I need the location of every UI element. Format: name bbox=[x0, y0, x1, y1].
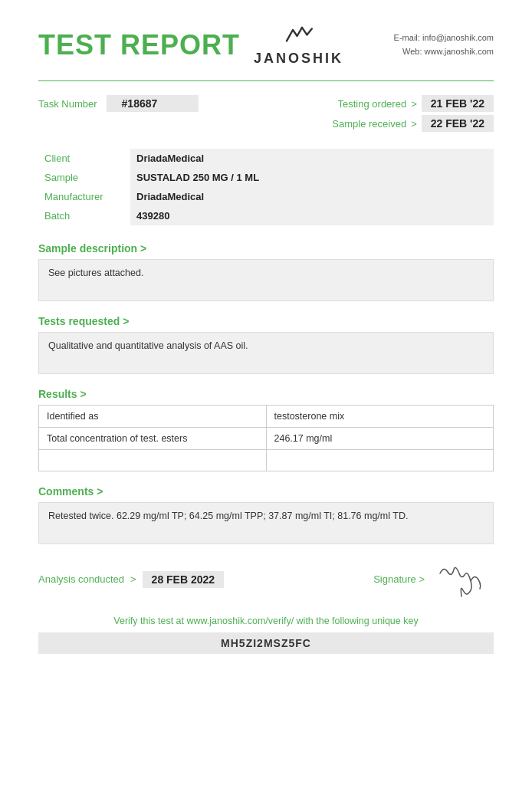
analysis-arrow: > bbox=[130, 573, 136, 585]
logo-text: JANOSHIK bbox=[254, 51, 343, 67]
results-table: Identified astestosterone mixTotal conce… bbox=[38, 405, 494, 471]
comments-heading: Comments > bbox=[38, 485, 494, 498]
results-heading: Results > bbox=[38, 388, 494, 400]
result-col2: testosterone mix bbox=[266, 406, 494, 428]
signature-area bbox=[432, 558, 494, 600]
task-right: Testing ordered > 21 FEB '22 Sample rece… bbox=[332, 95, 494, 135]
task-number-label: Task Number bbox=[38, 98, 97, 110]
sample-description-text: See pictures attached. bbox=[38, 259, 494, 301]
result-row: Total concentration of test. esters246.1… bbox=[39, 428, 494, 450]
verify-key: MH5ZI2MSZ5FC bbox=[38, 632, 494, 654]
client-row: Client DriadaMedical bbox=[38, 149, 494, 168]
sample-description-heading: Sample description > bbox=[38, 242, 494, 255]
header-left: TEST REPORT JANOSHIK bbox=[38, 23, 343, 67]
sample-received-arrow: > bbox=[411, 118, 417, 130]
signature-label: Signature > bbox=[373, 573, 425, 585]
batch-value: 439280 bbox=[130, 206, 494, 225]
analysis-left: Analysis conducted > 28 FEB 2022 bbox=[38, 571, 224, 588]
result-col1 bbox=[39, 450, 267, 471]
task-row: Task Number #18687 Testing ordered > 21 … bbox=[38, 95, 494, 135]
result-row: Identified astestosterone mix bbox=[39, 406, 494, 428]
client-value: DriadaMedical bbox=[130, 149, 494, 168]
sample-label: Sample bbox=[38, 168, 130, 187]
contact-web: Web: www.janoshik.com bbox=[394, 45, 494, 59]
header: TEST REPORT JANOSHIK E-mail: info@janosh… bbox=[38, 23, 494, 67]
report-title: TEST REPORT bbox=[38, 29, 240, 61]
sample-received-label: Sample received bbox=[332, 118, 406, 130]
comments-text: Retested twice. 62.29 mg/ml TP; 64.25 mg… bbox=[38, 502, 494, 544]
testing-ordered-label: Testing ordered bbox=[338, 98, 407, 110]
header-divider bbox=[38, 80, 494, 81]
sample-value: SUSTALAD 250 MG / 1 ML bbox=[130, 168, 494, 187]
result-col1: Total concentration of test. esters bbox=[39, 428, 267, 450]
batch-row: Batch 439280 bbox=[38, 206, 494, 225]
tests-requested-text: Qualitative and quantitative analysis of… bbox=[38, 332, 494, 374]
analysis-row: Analysis conducted > 28 FEB 2022 Signatu… bbox=[38, 558, 494, 600]
contact-email: E-mail: info@janoshik.com bbox=[394, 31, 494, 45]
testing-ordered-arrow: > bbox=[411, 98, 417, 110]
sample-received-row: Sample received > 22 FEB '22 bbox=[332, 115, 494, 132]
result-col2 bbox=[266, 450, 494, 471]
client-label: Client bbox=[38, 149, 130, 168]
result-row bbox=[39, 450, 494, 471]
logo-container: JANOSHIK bbox=[254, 23, 343, 67]
testing-ordered-date: 21 FEB '22 bbox=[422, 95, 494, 112]
sample-received-date: 22 FEB '22 bbox=[422, 115, 494, 132]
header-contact: E-mail: info@janoshik.com Web: www.janos… bbox=[394, 31, 494, 58]
manufacturer-row: Manufacturer DriadaMedical bbox=[38, 187, 494, 206]
analysis-date: 28 FEB 2022 bbox=[143, 571, 225, 588]
testing-ordered-row: Testing ordered > 21 FEB '22 bbox=[332, 95, 494, 112]
logo-icon bbox=[284, 23, 314, 46]
task-left: Task Number #18687 bbox=[38, 95, 199, 112]
analysis-label: Analysis conducted bbox=[38, 573, 124, 585]
batch-label: Batch bbox=[38, 206, 130, 225]
manufacturer-value: DriadaMedical bbox=[130, 187, 494, 206]
result-col2: 246.17 mg/ml bbox=[266, 428, 494, 450]
verify-text: Verify this test at www.janoshik.com/ver… bbox=[38, 616, 494, 626]
analysis-right: Signature > bbox=[373, 558, 494, 600]
manufacturer-label: Manufacturer bbox=[38, 187, 130, 206]
tests-requested-heading: Tests requested > bbox=[38, 315, 494, 327]
sample-row: Sample SUSTALAD 250 MG / 1 ML bbox=[38, 168, 494, 187]
task-number-value: #18687 bbox=[107, 95, 199, 112]
result-col1: Identified as bbox=[39, 406, 267, 428]
info-table: Client DriadaMedical Sample SUSTALAD 250… bbox=[38, 149, 494, 225]
signature-image bbox=[432, 558, 494, 600]
